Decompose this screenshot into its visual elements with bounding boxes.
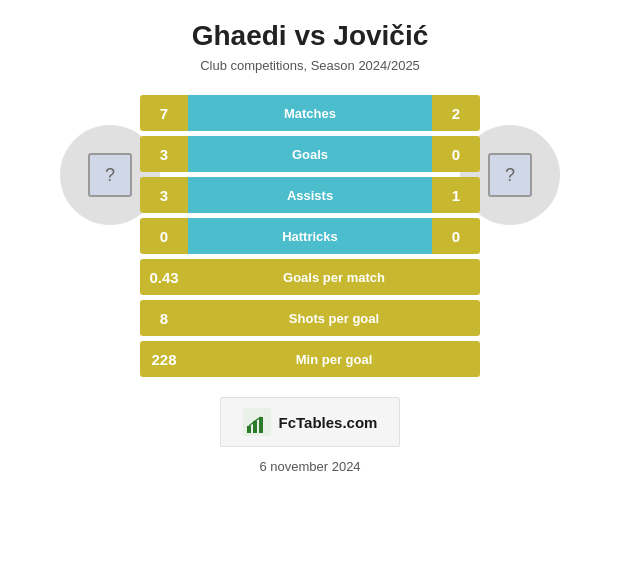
stat-left-goals-per-match: 0.43 (140, 259, 188, 295)
left-avatar-icon: ? (105, 165, 115, 186)
fctables-logo-icon (243, 408, 271, 436)
svg-rect-1 (247, 426, 251, 433)
stat-right-matches: 2 (432, 95, 480, 131)
stat-left-assists: 3 (140, 177, 188, 213)
stat-right-goals: 0 (432, 136, 480, 172)
right-avatar-placeholder: ? (488, 153, 532, 197)
right-avatar-icon: ? (505, 165, 515, 186)
stat-row-goals-per-match: 0.43Goals per match (140, 259, 480, 295)
stat-left-min-per-goal: 228 (140, 341, 188, 377)
stat-left-hattricks: 0 (140, 218, 188, 254)
stat-label-goals: Goals (188, 136, 432, 172)
logo-text: FcTables.com (279, 414, 378, 431)
stat-left-matches: 7 (140, 95, 188, 131)
footer-date: 6 november 2024 (259, 459, 360, 474)
page-subtitle: Club competitions, Season 2024/2025 (200, 58, 420, 73)
stat-row-goals: 3Goals0 (140, 136, 480, 172)
stat-right-hattricks: 0 (432, 218, 480, 254)
left-avatar-placeholder: ? (88, 153, 132, 197)
stat-left-goals: 3 (140, 136, 188, 172)
logo-area: FcTables.com (220, 397, 401, 447)
stat-label-goals-per-match: Goals per match (188, 259, 480, 295)
stat-row-min-per-goal: 228Min per goal (140, 341, 480, 377)
comparison-area: ? 7Matches23Goals03Assists10Hattricks00.… (0, 95, 620, 377)
stat-row-shots-per-goal: 8Shots per goal (140, 300, 480, 336)
stat-label-assists: Assists (188, 177, 432, 213)
stat-left-shots-per-goal: 8 (140, 300, 188, 336)
stat-label-min-per-goal: Min per goal (188, 341, 480, 377)
page-title: Ghaedi vs Jovičić (192, 20, 429, 52)
stats-table: 7Matches23Goals03Assists10Hattricks00.43… (140, 95, 480, 377)
stat-row-hattricks: 0Hattricks0 (140, 218, 480, 254)
stat-label-hattricks: Hattricks (188, 218, 432, 254)
stat-label-matches: Matches (188, 95, 432, 131)
stat-row-assists: 3Assists1 (140, 177, 480, 213)
stat-row-matches: 7Matches2 (140, 95, 480, 131)
page-wrapper: Ghaedi vs Jovičić Club competitions, Sea… (0, 0, 620, 580)
stat-label-shots-per-goal: Shots per goal (188, 300, 480, 336)
stat-right-assists: 1 (432, 177, 480, 213)
svg-rect-3 (259, 417, 263, 433)
